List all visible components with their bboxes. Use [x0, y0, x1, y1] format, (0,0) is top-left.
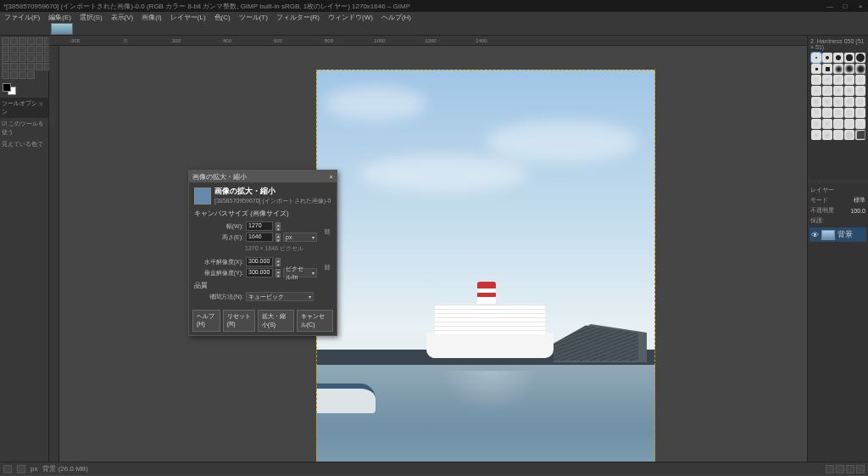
- tool-color-picker-icon[interactable]: [10, 71, 18, 79]
- tool-smudge-icon[interactable]: [27, 63, 35, 70]
- tool-text-icon[interactable]: [2, 71, 9, 79]
- brush-item[interactable]: ✦: [822, 75, 832, 85]
- brush-item[interactable]: ✿: [855, 97, 865, 107]
- brush-item[interactable]: ⬤: [844, 130, 854, 140]
- brush-item[interactable]: ❇: [855, 108, 865, 118]
- tool-eraser-icon[interactable]: [27, 54, 35, 62]
- tool-dodge-icon[interactable]: [36, 63, 43, 70]
- brush-item[interactable]: [833, 64, 843, 74]
- eye-icon[interactable]: 👁: [811, 231, 819, 239]
- width-spinner[interactable]: ▴▾: [275, 222, 281, 231]
- brush-item[interactable]: ◉: [822, 130, 832, 140]
- dialog-titlebar[interactable]: 画像の拡大・縮小 ×: [189, 171, 337, 182]
- menu-select[interactable]: 選択(S): [77, 13, 105, 22]
- tab-layers[interactable]: レイヤー: [810, 186, 834, 194]
- menu-help[interactable]: ヘルプ(H): [379, 13, 414, 22]
- interp-select[interactable]: キュービック: [246, 292, 314, 301]
- layer-item[interactable]: 👁 背景: [810, 227, 866, 242]
- tool-move-icon[interactable]: [2, 37, 9, 45]
- sb-icon[interactable]: [3, 465, 12, 473]
- brush-item[interactable]: ⁕: [822, 119, 832, 129]
- menu-view[interactable]: 表示(V): [108, 13, 136, 22]
- brush-item[interactable]: ✺: [844, 75, 854, 85]
- tool-crop-icon[interactable]: [36, 37, 43, 45]
- reset-button[interactable]: リセット(R): [223, 310, 255, 332]
- close-button[interactable]: ×: [856, 3, 865, 10]
- brush-item[interactable]: ✷: [833, 86, 843, 96]
- tool-warp-icon[interactable]: [36, 46, 43, 53]
- tool-scale-icon[interactable]: [2, 46, 9, 53]
- brush-item[interactable]: ✼: [844, 108, 854, 118]
- menu-tools[interactable]: ツール(T): [236, 13, 270, 22]
- sb-icon[interactable]: [17, 465, 25, 473]
- brush-item[interactable]: ◎: [833, 130, 843, 140]
- menu-edit[interactable]: 編集(E): [46, 13, 74, 22]
- menu-color[interactable]: 色(C): [212, 13, 233, 22]
- tool-rect-select-icon[interactable]: [10, 37, 18, 45]
- tool-transform-icon[interactable]: [27, 46, 35, 53]
- menu-image[interactable]: 画像(I): [139, 13, 164, 22]
- brush-item[interactable]: ✹: [844, 86, 854, 96]
- brush-item[interactable]: ※: [811, 119, 821, 129]
- tool-option-row[interactable]: 見えている色で: [0, 138, 48, 150]
- brush-item[interactable]: ●: [811, 130, 821, 140]
- brush-item[interactable]: ✻: [833, 108, 843, 118]
- brush-item[interactable]: ⚆: [833, 119, 843, 129]
- width-input[interactable]: 1270: [246, 221, 273, 231]
- tool-option-row[interactable]: ☑ このツールを使う: [0, 118, 48, 138]
- brush-item[interactable]: [855, 53, 865, 63]
- brush-item[interactable]: ❋: [833, 75, 843, 85]
- sb-icon[interactable]: [846, 465, 854, 473]
- brush-item[interactable]: ✳: [811, 75, 821, 85]
- res-unit-select[interactable]: ピクセル/in: [283, 268, 317, 277]
- brush-item[interactable]: ⁂: [822, 86, 832, 96]
- brush-item[interactable]: [844, 64, 854, 74]
- xres-spinner[interactable]: ▴▾: [275, 258, 281, 266]
- sb-icon[interactable]: [836, 465, 844, 473]
- color-swatches[interactable]: [0, 81, 48, 98]
- brush-item[interactable]: [844, 53, 854, 63]
- foreground-color[interactable]: [3, 83, 11, 92]
- brush-item[interactable]: [822, 64, 832, 74]
- brush-item[interactable]: ❉: [855, 86, 865, 96]
- xres-input[interactable]: 300.000: [246, 257, 273, 266]
- tool-zoom-icon[interactable]: [27, 71, 35, 79]
- chain-link-icon[interactable]: ⛓: [323, 255, 331, 279]
- height-spinner[interactable]: ▴▾: [275, 233, 281, 242]
- brush-item[interactable]: ❀: [833, 97, 843, 107]
- tool-heal-icon[interactable]: [10, 63, 18, 70]
- unit-select[interactable]: px: [31, 465, 37, 473]
- brush-item[interactable]: ✾: [822, 97, 832, 107]
- maximize-button[interactable]: □: [841, 3, 849, 10]
- brush-item[interactable]: ✶: [811, 86, 821, 96]
- scale-button[interactable]: 拡大・縮小(S): [258, 310, 294, 332]
- brush-item[interactable]: ❁: [844, 97, 854, 107]
- canvas[interactable]: [59, 46, 807, 462]
- tool-gradient-icon[interactable]: [2, 54, 9, 62]
- mode-value[interactable]: 標準: [854, 196, 865, 204]
- tool-blur-icon[interactable]: [19, 63, 26, 70]
- brush-item[interactable]: ○: [855, 119, 865, 129]
- yres-input[interactable]: 300.000: [246, 268, 273, 277]
- height-input[interactable]: 1646: [246, 232, 273, 242]
- tool-free-select-icon[interactable]: [19, 37, 26, 45]
- brush-item[interactable]: ⬛: [855, 130, 865, 140]
- tool-pencil-icon[interactable]: [10, 54, 18, 62]
- brush-item[interactable]: [811, 64, 821, 74]
- cancel-button[interactable]: キャンセル(C): [297, 310, 333, 332]
- menu-file[interactable]: ファイル(F): [2, 13, 42, 22]
- tool-measure-icon[interactable]: [19, 71, 26, 79]
- tool-airbrush-icon[interactable]: [36, 54, 43, 62]
- opacity-value[interactable]: 100.0: [850, 208, 865, 214]
- tool-perspective-icon[interactable]: [19, 46, 26, 53]
- brush-item[interactable]: [833, 53, 843, 63]
- brush-item[interactable]: ✽: [811, 97, 821, 107]
- size-unit-select[interactable]: px: [283, 232, 317, 242]
- yres-spinner[interactable]: ▴▾: [275, 269, 281, 277]
- brush-item[interactable]: [822, 53, 832, 63]
- tool-flip-icon[interactable]: [10, 46, 18, 53]
- tool-fuzzy-select-icon[interactable]: [27, 37, 35, 45]
- menu-window[interactable]: ウィンドウ(W): [326, 13, 376, 22]
- document-tab[interactable]: [51, 23, 73, 35]
- tool-clone-icon[interactable]: [2, 63, 9, 70]
